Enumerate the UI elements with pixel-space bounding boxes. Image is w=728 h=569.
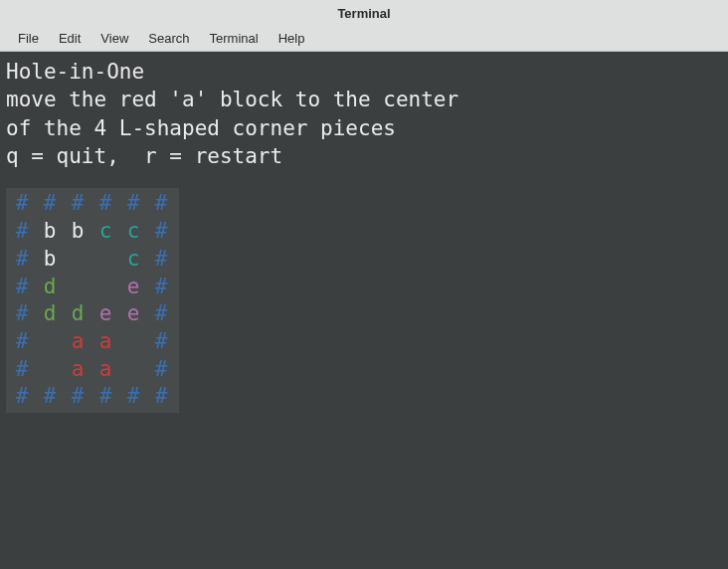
board-cell: # (8, 246, 36, 274)
board-cell: # (147, 246, 175, 274)
board-cell: # (8, 190, 36, 218)
board-cell: e (119, 300, 147, 328)
board-cell: # (36, 190, 64, 218)
menu-bar: File Edit View Search Terminal Help (0, 26, 728, 52)
board-cell (64, 246, 91, 274)
board-cell: # (147, 383, 175, 411)
board-cell: e (91, 300, 119, 328)
board-cell: a (91, 356, 119, 384)
board-cell: # (36, 383, 64, 411)
board-cell: c (119, 218, 147, 246)
board-row: # aa # (8, 328, 175, 356)
board-cell: a (64, 328, 91, 356)
menu-search[interactable]: Search (138, 27, 199, 50)
board-cell: d (64, 300, 91, 328)
menu-file[interactable]: File (8, 27, 49, 50)
board-cell: e (119, 274, 147, 301)
board-cell: # (8, 218, 36, 246)
board-cell: # (91, 190, 119, 218)
board-cell: b (36, 246, 64, 274)
instructions-line-2: of the 4 L-shaped corner pieces (6, 116, 396, 140)
terminal-output[interactable]: Hole-in-One move the red 'a' block to th… (0, 52, 728, 569)
board-row: # aa # (8, 356, 175, 384)
board-cell (119, 328, 147, 356)
board-cell: # (8, 274, 36, 301)
menu-help[interactable]: Help (269, 27, 315, 50)
board-cell: c (91, 218, 119, 246)
board-cell: d (36, 300, 64, 328)
board-cell: # (64, 190, 91, 218)
board-cell: # (91, 383, 119, 411)
board-cell: # (147, 300, 175, 328)
board-cell: # (119, 190, 147, 218)
menu-view[interactable]: View (91, 27, 138, 50)
board-cell: # (8, 328, 36, 356)
board-row: #b c# (8, 246, 175, 274)
board-cell: b (64, 218, 91, 246)
board-cell: d (36, 274, 64, 301)
board-cell: # (147, 356, 175, 384)
board-row: #d e# (8, 274, 175, 301)
board-cell (64, 274, 91, 301)
board-cell: a (64, 356, 91, 384)
game-board: #######bbcc##b c##d e##ddee## aa ## aa #… (6, 188, 179, 413)
board-cell: # (147, 190, 175, 218)
board-cell: # (147, 328, 175, 356)
board-cell: # (8, 383, 36, 411)
board-cell (36, 356, 64, 384)
board-cell: # (119, 383, 147, 411)
board-row: ###### (8, 190, 175, 218)
board-cell: c (119, 246, 147, 274)
window-title: Terminal (337, 6, 390, 21)
menu-edit[interactable]: Edit (49, 27, 91, 50)
board-cell: b (36, 218, 64, 246)
board-cell: a (91, 328, 119, 356)
board-cell (91, 274, 119, 301)
window-title-bar: Terminal (0, 0, 728, 26)
board-cell (119, 356, 147, 384)
board-cell: # (147, 274, 175, 301)
board-cell (91, 246, 119, 274)
board-cell: # (8, 356, 36, 384)
instructions-line-1: move the red 'a' block to the center (6, 88, 458, 111)
board-cell: # (147, 218, 175, 246)
controls-help: q = quit, r = restart (6, 144, 282, 168)
board-cell (36, 328, 64, 356)
game-title: Hole-in-One (6, 60, 144, 84)
board-cell: # (8, 300, 36, 328)
board-row: ###### (8, 383, 175, 411)
menu-terminal[interactable]: Terminal (200, 27, 269, 50)
board-row: #ddee# (8, 300, 175, 328)
board-cell: # (64, 383, 91, 411)
board-row: #bbcc# (8, 218, 175, 246)
